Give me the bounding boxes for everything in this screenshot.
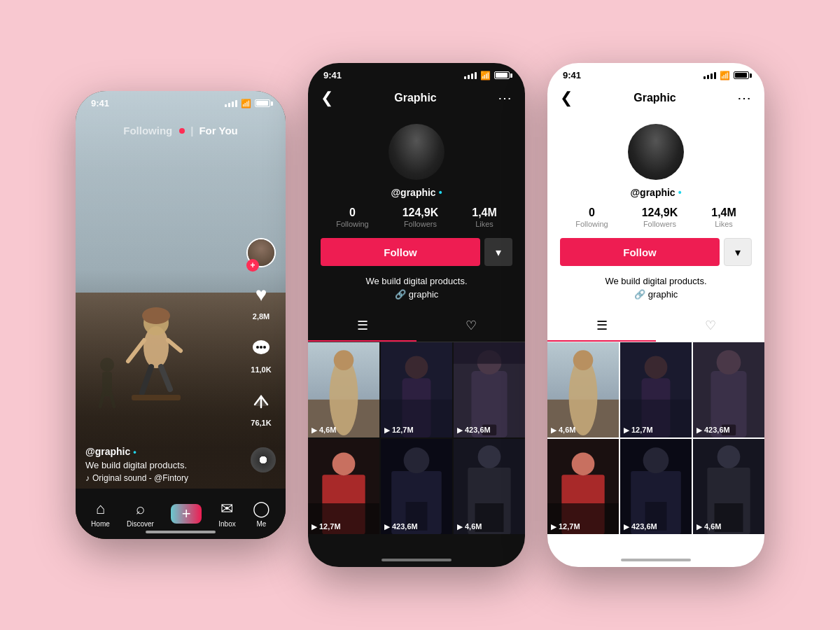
verified-dark: • (439, 187, 442, 198)
grid-count-l4: ▶ 12,7M (551, 522, 580, 531)
svg-rect-5 (132, 395, 181, 400)
link-icon-dark: 🔗 (395, 289, 406, 300)
music-disc (251, 447, 276, 472)
for-you-tab[interactable]: For You (199, 125, 237, 136)
grid-item-6[interactable]: ▶ 4,6M (454, 439, 525, 534)
bio-link-light[interactable]: 🔗 graphic (560, 289, 752, 300)
profile-title-dark: Graphic (394, 92, 436, 104)
svg-point-21 (334, 350, 354, 370)
followers-count-light: 124,9K (642, 206, 678, 219)
skater-figure (118, 291, 195, 403)
likes-label-light: Likes (715, 220, 733, 228)
svg-line-4 (161, 367, 170, 389)
status-bar-dark: 9:41 📶 (308, 63, 525, 83)
avatar-light (628, 124, 684, 180)
status-time-2: 9:41 (323, 70, 342, 80)
comment-icon (246, 333, 276, 363)
video-info: @graphic • We build digital products. ♪ … (85, 446, 237, 483)
grid-item-l3[interactable]: ▶ 423,6M (693, 342, 764, 438)
dropdown-button-dark[interactable]: ▾ (484, 238, 512, 266)
back-button[interactable]: ❮ (321, 89, 333, 107)
followers-stat-dark: 124,9K Followers (386, 206, 456, 228)
play-icon-l5: ▶ (624, 523, 629, 531)
grid-item-l5[interactable]: ▶ 423,6M (620, 439, 692, 534)
followers-label-dark: Followers (404, 220, 437, 228)
play-icon-l6: ▶ (696, 523, 702, 531)
svg-point-14 (260, 346, 262, 349)
avatar-dark (388, 124, 444, 180)
more-options-button[interactable]: ⋯ (498, 90, 512, 106)
share-count: 76,1K (251, 419, 271, 427)
share-button[interactable]: 76,1K (246, 386, 276, 427)
nav-home[interactable]: ⌂ Home (91, 500, 110, 528)
tab-liked-light[interactable]: ♡ (656, 311, 764, 342)
svg-point-41 (478, 445, 501, 468)
nav-inbox[interactable]: ✉ Inbox (218, 500, 235, 528)
thumb-img-l1 (547, 342, 619, 438)
grid-item-l1[interactable]: ▶ 4,6M (547, 342, 619, 438)
more-options-button-light[interactable]: ⋯ (737, 90, 752, 106)
grid-item-3[interactable]: ▶ 423,6M (454, 342, 525, 438)
svg-point-33 (332, 452, 356, 475)
verified-badge: • (133, 447, 136, 457)
follow-button-dark[interactable]: Follow (321, 238, 480, 266)
grid-count-l5: ▶ 423,6M (624, 522, 657, 531)
svg-line-7 (168, 340, 181, 351)
thumb-img-l6 (693, 439, 764, 534)
thumb-img-l2 (620, 342, 692, 438)
grid-item-1[interactable]: ▶ 4,6M (308, 342, 379, 438)
grid-item-4[interactable]: ▶ 12,7M (308, 439, 379, 534)
grid-item-l2[interactable]: ▶ 12,7M (620, 342, 692, 438)
wifi-icon: 📶 (241, 99, 251, 108)
thumb-img-5 (381, 439, 452, 534)
avatar-container-dark (308, 113, 525, 187)
username-dark: @graphic (391, 187, 435, 198)
home-icon: ⌂ (96, 500, 105, 518)
thumb-img-l5 (620, 439, 692, 534)
thumb-img-3 (454, 342, 525, 438)
dropdown-button-light[interactable]: ▾ (724, 238, 752, 266)
back-button-light[interactable]: ❮ (560, 89, 573, 107)
comment-button[interactable]: 11,0K (246, 333, 276, 374)
grid-icon-dark: ☰ (357, 318, 368, 333)
followers-count-dark: 124,9K (402, 206, 439, 219)
thumb-img-l3 (693, 342, 764, 438)
svg-line-11 (111, 393, 114, 407)
following-tab[interactable]: Following (123, 125, 172, 136)
battery-icon-2 (494, 71, 510, 79)
follow-button-light[interactable]: Follow (560, 238, 720, 266)
likes-count-light: 1,4M (711, 206, 736, 219)
verified-light: • (678, 187, 682, 198)
avatar-action[interactable]: + (246, 238, 276, 267)
grid-item-l4[interactable]: ▶ 12,7M (547, 439, 619, 534)
bg-person (90, 354, 125, 410)
tab-videos-light[interactable]: ☰ (547, 311, 656, 342)
grid-item-5[interactable]: ▶ 423,6M (381, 439, 452, 534)
svg-line-6 (128, 340, 144, 361)
status-time: 9:41 (91, 98, 109, 108)
add-button[interactable]: + (171, 504, 202, 524)
nav-add[interactable]: + (171, 504, 202, 524)
thumb-img-6 (454, 439, 525, 534)
phone-feed: 9:41 📶 Following | For You + (76, 91, 286, 539)
followers-label-light: Followers (643, 220, 676, 228)
nav-me[interactable]: ◯ Me (253, 500, 270, 528)
grid-item-2[interactable]: ▶ 12,7M (381, 342, 452, 438)
following-stat-light: 0 Following (559, 206, 624, 228)
search-icon: ⌕ (136, 500, 145, 518)
liked-icon-light: ♡ (705, 318, 716, 335)
video-username: @graphic • (85, 446, 237, 457)
likes-stat-light: 1,4M Likes (694, 206, 753, 228)
video-grid-dark: ▶ 4,6M ▶ 12,7M (308, 342, 525, 534)
tab-videos-dark[interactable]: ☰ (308, 311, 416, 342)
likes-label-dark: Likes (475, 220, 493, 228)
like-button[interactable]: ♥ 2,8M (246, 280, 276, 321)
play-icon-l2: ▶ (624, 426, 629, 434)
bio-link-dark[interactable]: 🔗 graphic (321, 289, 512, 300)
tab-liked-dark[interactable]: ♡ (416, 311, 525, 342)
nav-discover[interactable]: ⌕ Discover (127, 500, 154, 528)
grid-count-3: ▶ 423,6M (457, 426, 491, 434)
profile-tabs-dark: ☰ ♡ (308, 311, 525, 342)
divider: | (190, 125, 193, 136)
grid-item-l6[interactable]: ▶ 4,6M (693, 439, 764, 534)
